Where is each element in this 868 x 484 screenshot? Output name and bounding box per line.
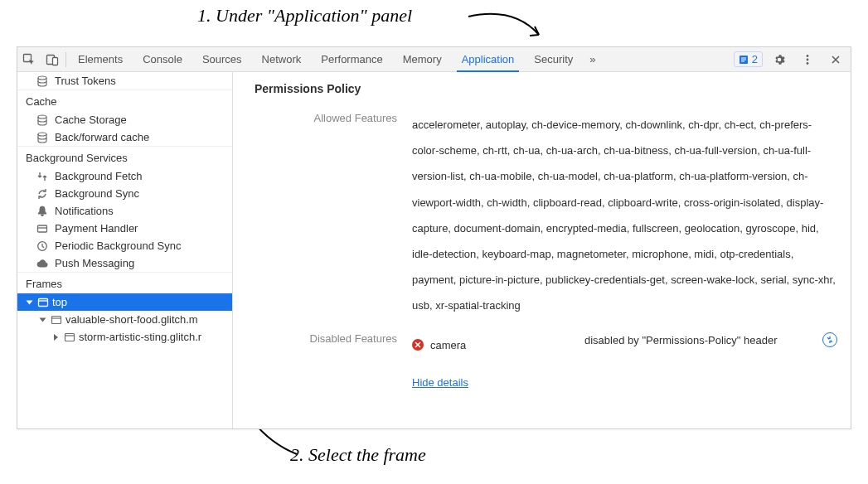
sidebar-item-trust-tokens[interactable]: Trust Tokens xyxy=(17,72,232,90)
settings-icon[interactable] xyxy=(768,48,791,71)
sidebar-item-label: Push Messaging xyxy=(55,257,134,269)
main-panel: Permissions Policy Allowed Features acce… xyxy=(233,72,851,428)
svg-rect-2 xyxy=(53,57,58,65)
sidebar-group-bg: Background Services xyxy=(17,146,232,167)
svg-rect-12 xyxy=(38,298,47,306)
window-icon xyxy=(36,296,49,308)
sidebar-item-payment[interactable]: Payment Handler xyxy=(17,220,232,237)
sidebar-item-label: Periodic Background Sync xyxy=(55,240,181,252)
sidebar-frame-child-2[interactable]: storm-artistic-sting.glitch.r xyxy=(17,328,232,346)
bell-icon xyxy=(36,205,48,217)
sidebar-item-label: valuable-short-food.glitch.m xyxy=(65,313,198,326)
disabled-feature-reason: disabled by "Permissions-Policy" header xyxy=(584,332,778,350)
sidebar-item-notifications[interactable]: Notifications xyxy=(17,202,232,220)
caret-icon xyxy=(40,317,46,322)
frame-icon xyxy=(63,331,75,343)
application-sidebar: Trust Tokens Cache Cache Storage Back/fo… xyxy=(17,72,233,428)
svg-point-4 xyxy=(807,55,809,57)
tab-performance[interactable]: Performance xyxy=(311,47,392,72)
panel-heading: Permissions Policy xyxy=(255,82,837,95)
database-icon xyxy=(36,75,48,87)
tab-application[interactable]: Application xyxy=(452,47,525,72)
issues-button[interactable]: 2 xyxy=(734,51,763,67)
database-icon xyxy=(36,114,48,126)
svg-point-6 xyxy=(807,62,809,65)
tab-security[interactable]: Security xyxy=(524,47,583,72)
tab-network[interactable]: Network xyxy=(252,47,312,72)
sidebar-item-label: Notifications xyxy=(55,205,114,217)
sidebar-item-periodic-sync[interactable]: Periodic Background Sync xyxy=(17,237,232,254)
caret-icon xyxy=(54,334,58,341)
devtools-window: Elements Console Sources Network Perform… xyxy=(17,46,851,429)
sidebar-item-bg-sync[interactable]: Background Sync xyxy=(17,185,232,202)
svg-rect-14 xyxy=(65,333,74,341)
sidebar-item-label: top xyxy=(52,296,67,308)
toolbar-separator xyxy=(65,52,66,67)
fetch-icon xyxy=(36,170,48,182)
sidebar-item-bfcache[interactable]: Back/forward cache xyxy=(17,128,232,146)
tab-sources[interactable]: Sources xyxy=(192,47,252,72)
device-toggle-icon[interactable] xyxy=(41,48,64,71)
kebab-menu-icon[interactable] xyxy=(796,48,819,71)
issues-count: 2 xyxy=(752,53,758,65)
tab-memory[interactable]: Memory xyxy=(393,47,452,72)
caret-icon xyxy=(27,300,33,304)
tab-elements[interactable]: Elements xyxy=(68,47,133,72)
clock-icon xyxy=(36,240,48,252)
close-icon[interactable] xyxy=(824,48,847,71)
tab-overflow[interactable]: » xyxy=(583,47,602,72)
sidebar-item-label: Back/forward cache xyxy=(55,131,149,143)
sidebar-frame-top[interactable]: top xyxy=(17,293,232,311)
svg-rect-10 xyxy=(37,225,46,232)
annotation-bottom: 2. Select the frame xyxy=(290,444,426,466)
svg-point-8 xyxy=(38,115,46,119)
annotation-top: 1. Under "Application" panel xyxy=(197,5,412,27)
frame-icon xyxy=(50,313,62,326)
allowed-features-text: accelerometer, autoplay, ch-device-memor… xyxy=(412,112,837,319)
sidebar-item-label: Cache Storage xyxy=(55,114,127,126)
sidebar-item-bg-fetch[interactable]: Background Fetch xyxy=(17,167,232,185)
error-icon xyxy=(412,339,424,351)
sync-icon xyxy=(36,187,48,200)
svg-rect-13 xyxy=(51,316,61,323)
database-icon xyxy=(36,131,48,143)
inspect-element-icon[interactable] xyxy=(17,48,41,71)
sidebar-group-frames: Frames xyxy=(17,272,232,293)
sidebar-frame-child-1[interactable]: valuable-short-food.glitch.m xyxy=(17,311,232,328)
disabled-feature-name: camera xyxy=(430,332,466,358)
svg-point-9 xyxy=(38,133,46,136)
sidebar-item-cache-storage[interactable]: Cache Storage xyxy=(17,111,232,128)
sidebar-item-label: Background Sync xyxy=(55,187,139,200)
sidebar-group-cache: Cache xyxy=(17,90,232,111)
hide-details-link[interactable]: Hide details xyxy=(412,376,468,389)
allowed-features-label: Allowed Features xyxy=(246,112,412,124)
svg-point-7 xyxy=(38,76,46,80)
sidebar-item-label: Trust Tokens xyxy=(55,75,116,87)
toolbar-tabs: Elements Console Sources Network Perform… xyxy=(68,47,734,72)
reload-icon[interactable] xyxy=(822,332,837,347)
card-icon xyxy=(36,222,48,235)
sidebar-item-label: Background Fetch xyxy=(55,170,143,182)
svg-point-5 xyxy=(807,58,809,60)
sidebar-item-push[interactable]: Push Messaging xyxy=(17,254,232,272)
cloud-icon xyxy=(36,257,48,269)
sidebar-item-label: Payment Handler xyxy=(55,222,138,235)
annotation-arrow-top xyxy=(464,8,555,50)
tab-console[interactable]: Console xyxy=(133,47,192,72)
devtools-toolbar: Elements Console Sources Network Perform… xyxy=(17,47,851,72)
sidebar-item-label: storm-artistic-sting.glitch.r xyxy=(79,331,201,343)
disabled-features-label: Disabled Features xyxy=(246,332,412,345)
